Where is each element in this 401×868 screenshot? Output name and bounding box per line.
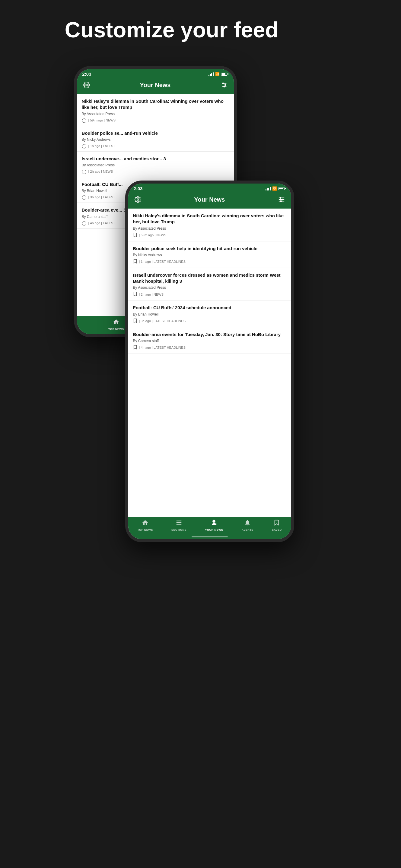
back-time-1: | 59m ago | NEWS	[88, 119, 116, 122]
back-status-time: 2:03	[82, 71, 91, 76]
front-saved-icon	[274, 519, 280, 527]
front-news-item-5[interactable]: Boulder-area events for Tuesday, Jan. 30…	[128, 327, 291, 354]
front-yournews-icon	[210, 519, 217, 527]
front-nav-topnews[interactable]: TOP NEWS	[137, 519, 153, 531]
front-nav-alerts[interactable]: ALERTS	[242, 519, 254, 531]
back-meta-1: ◯ | 59m ago | NEWS	[82, 118, 229, 123]
front-byline-5: By Camera staff	[133, 339, 286, 343]
front-time-4: | 3h ago | LATEST HEADLINES	[139, 319, 186, 323]
front-byline-1: By Associated Press	[133, 226, 286, 230]
front-headline-5: Boulder-area events for Tuesday, Jan. 30…	[133, 332, 286, 338]
front-battery-icon	[279, 187, 286, 190]
front-news-item-1[interactable]: Nikki Haley's dilemma in South Carolina:…	[128, 209, 291, 241]
front-nav-topnews-label: TOP NEWS	[137, 528, 153, 531]
back-news-item-1[interactable]: Nikki Haley's dilemma in South Carolina:…	[77, 94, 234, 126]
back-time-5: | 4h ago | LATEST	[88, 221, 115, 225]
back-news-item-3[interactable]: Israeli undercove... and medics stor... …	[77, 152, 234, 177]
svg-point-7	[224, 86, 225, 87]
phones-container: 2:03 📶	[65, 66, 337, 729]
front-time-2: | 1h ago | LATEST HEADLINES	[139, 260, 186, 264]
svg-point-12	[280, 197, 281, 198]
front-headline-3: Israeli undercover forces dressed as wom…	[133, 272, 286, 284]
front-home-indicator	[128, 535, 291, 539]
svg-rect-24	[214, 523, 216, 524]
front-time-1: | 59m ago | NEWS	[139, 233, 167, 237]
front-meta-2: | 1h ago | LATEST HEADLINES	[133, 259, 286, 265]
svg-rect-25	[214, 524, 216, 525]
front-nav-saved[interactable]: SAVED	[272, 519, 282, 531]
front-app-header: Your News	[128, 192, 291, 209]
front-headline-4: Football: CU Buffs' 2024 schedule announ…	[133, 305, 286, 311]
back-byline-1: By Associated Press	[82, 112, 229, 116]
front-status-icons: 🛜	[265, 186, 286, 191]
back-bookmark-1[interactable]: ◯	[82, 118, 87, 123]
front-bottom-nav: TOP NEWS SECTIONS	[128, 517, 291, 535]
svg-point-14	[280, 201, 282, 202]
front-sections-icon	[176, 519, 182, 527]
back-nav-topnews-label: TOP NEWS	[108, 328, 124, 331]
front-status-bar: 2:03 🛜	[128, 184, 291, 192]
front-news-item-3[interactable]: Israeli undercover forces dressed as wom…	[128, 268, 291, 301]
back-app-header: Your News	[77, 78, 234, 94]
front-meta-5: | 4h ago | LATEST HEADLINES	[133, 345, 286, 350]
phone-front-screen: 2:03 🛜	[128, 184, 291, 539]
front-bookmark-5[interactable]	[133, 345, 137, 350]
back-time-2: | 1h ago | LATEST	[88, 144, 115, 148]
front-headline-2: Boulder police seek help in identifying …	[133, 246, 286, 252]
front-meta-1: | 59m ago | NEWS	[133, 232, 286, 238]
front-bookmark-3[interactable]	[133, 291, 137, 297]
svg-point-13	[282, 199, 283, 200]
svg-point-0	[86, 84, 87, 86]
back-time-3: | 2h ago | NEWS	[88, 170, 113, 173]
back-wifi-icon: 📶	[215, 72, 220, 76]
front-byline-3: By Associated Press	[133, 285, 286, 290]
front-nav-yournews-label: YOUR NEWS	[205, 528, 223, 531]
front-nav-saved-label: SAVED	[272, 528, 282, 531]
back-bookmark-4[interactable]: ◯	[82, 195, 87, 199]
phone-front: 2:03 🛜	[125, 181, 294, 542]
front-filter-icon[interactable]	[277, 195, 286, 204]
front-news-item-4[interactable]: Football: CU Buffs' 2024 schedule announ…	[128, 301, 291, 327]
back-status-bar: 2:03 📶	[77, 69, 234, 78]
front-wifi-icon: 🛜	[272, 186, 277, 191]
front-meta-3: | 2h ago | NEWS	[133, 291, 286, 297]
back-news-item-2[interactable]: Boulder police se... and-run vehicle By …	[77, 126, 234, 152]
back-settings-icon[interactable]	[82, 80, 91, 90]
front-signal-icon	[265, 187, 271, 190]
back-bookmark-5[interactable]: ◯	[82, 221, 87, 225]
back-nav-topnews[interactable]: TOP NEWS	[108, 318, 124, 331]
front-bookmark-1[interactable]	[133, 232, 137, 238]
back-byline-3: By Associated Press	[82, 163, 229, 167]
back-time-4: | 3h ago | LATEST	[88, 195, 115, 199]
front-meta-4: | 3h ago | LATEST HEADLINES	[133, 318, 286, 324]
back-byline-2: By Nicky Andrews	[82, 137, 229, 142]
back-filter-icon[interactable]	[219, 80, 229, 90]
back-header-title: Your News	[140, 82, 171, 89]
front-time-5: | 4h ago | LATEST HEADLINES	[139, 346, 186, 349]
back-bookmark-2[interactable]: ◯	[82, 144, 87, 148]
front-news-item-2[interactable]: Boulder police seek help in identifying …	[128, 241, 291, 268]
front-header-title: Your News	[194, 196, 225, 203]
back-status-icons: 📶	[208, 72, 228, 76]
back-signal-icon	[208, 72, 213, 76]
back-headline-3: Israeli undercove... and medics stor... …	[82, 156, 229, 162]
front-news-list: Nikki Haley's dilemma in South Carolina:…	[128, 209, 291, 517]
front-settings-icon[interactable]	[133, 195, 143, 204]
front-nav-yournews[interactable]: YOUR NEWS	[205, 519, 223, 531]
front-bookmark-2[interactable]	[133, 259, 137, 265]
front-home-bar	[192, 536, 228, 537]
svg-point-11	[137, 198, 139, 200]
back-headline-1: Nikki Haley's dilemma in South Carolina:…	[82, 98, 229, 111]
back-meta-2: ◯ | 1h ago | LATEST	[82, 144, 229, 148]
page-title: Customize your feed	[65, 18, 337, 42]
front-byline-4: By Brian Howell	[133, 312, 286, 316]
back-meta-3: ◯ | 2h ago | NEWS	[82, 169, 229, 174]
back-headline-2: Boulder police se... and-run vehicle	[82, 130, 229, 136]
front-nav-sections[interactable]: SECTIONS	[171, 519, 187, 531]
back-home-icon	[113, 318, 119, 327]
front-bookmark-4[interactable]	[133, 318, 137, 324]
front-headline-1: Nikki Haley's dilemma in South Carolina:…	[133, 213, 286, 225]
back-bookmark-3[interactable]: ◯	[82, 169, 87, 174]
back-battery-icon	[221, 73, 228, 76]
svg-point-6	[225, 84, 226, 86]
